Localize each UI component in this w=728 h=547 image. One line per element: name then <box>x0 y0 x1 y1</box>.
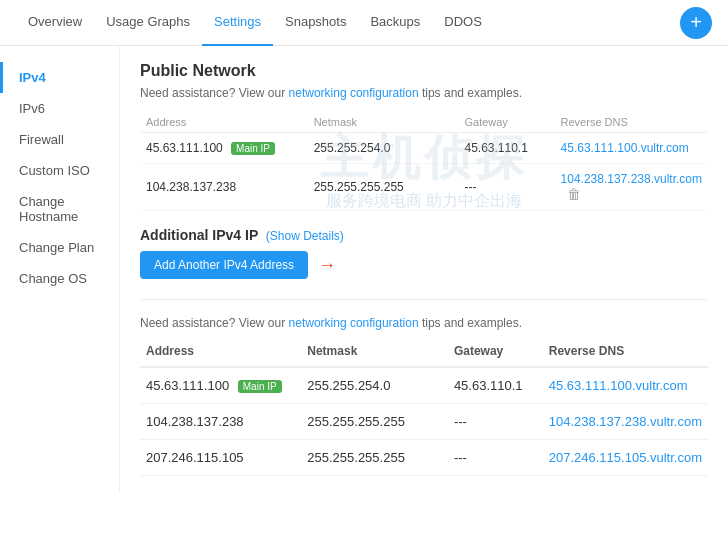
show-details-link[interactable]: (Show Details) <box>266 229 344 243</box>
sidebar-item-change-plan[interactable]: Change Plan <box>0 232 119 263</box>
bth-netmask: Netmask <box>301 340 448 367</box>
additional-ipv4-title: Additional IPv4 IP (Show Details) <box>140 227 708 243</box>
sidebar-item-ipv4[interactable]: IPv4 <box>0 62 119 93</box>
brow3-rdns: 207.246.115.105.vultr.com <box>543 440 708 476</box>
nav-settings[interactable]: Settings <box>202 0 273 46</box>
row1-netmask: 255.255.254.0 <box>308 133 459 164</box>
brow1-rdns-link[interactable]: 45.63.111.100.vultr.com <box>549 378 688 393</box>
th-gateway: Gateway <box>458 112 554 133</box>
bottom-section: Need assistance? View our networking con… <box>140 299 708 476</box>
brow3-rdns-link[interactable]: 207.246.115.105.vultr.com <box>549 450 702 465</box>
row2-rdns-link[interactable]: 104.238.137.238.vultr.com <box>561 172 702 186</box>
bth-gateway: Gateway <box>448 340 543 367</box>
sidebar-item-ipv6[interactable]: IPv6 <box>0 93 119 124</box>
brow2-gateway: --- <box>448 404 543 440</box>
brow3-gateway: --- <box>448 440 543 476</box>
brow2-rdns: 104.238.137.238.vultr.com <box>543 404 708 440</box>
sidebar-item-firewall[interactable]: Firewall <box>0 124 119 155</box>
brow3-address: 207.246.115.105 <box>140 440 301 476</box>
nav-usage-graphs[interactable]: Usage Graphs <box>94 0 202 46</box>
main-ip-badge-2: Main IP <box>238 380 282 393</box>
table-row: 104.238.137.238 255.255.255.255 --- 104.… <box>140 404 708 440</box>
row2-address: 104.238.137.238 <box>140 164 308 211</box>
add-ipv4-button[interactable]: Add Another IPv4 Address <box>140 251 308 279</box>
sidebar: IPv4 IPv6 Firewall Custom ISO Change Hos… <box>0 46 120 492</box>
bottom-desc: Need assistance? View our networking con… <box>140 316 708 330</box>
bottom-networking-link[interactable]: networking configuration <box>289 316 419 330</box>
networking-config-link[interactable]: networking configuration <box>289 86 419 100</box>
nav-snapshots[interactable]: Snapshots <box>273 0 358 46</box>
table-row: 104.238.137.238 255.255.255.255 --- 104.… <box>140 164 708 211</box>
nav-overview[interactable]: Overview <box>16 0 94 46</box>
row2-gateway: --- <box>458 164 554 211</box>
brow1-rdns: 45.63.111.100.vultr.com <box>543 367 708 404</box>
table-row: 45.63.111.100 Main IP 255.255.254.0 45.6… <box>140 133 708 164</box>
main-content: 主机侦探 服务跨境电商 助力中企出海 Public Network Need a… <box>120 46 728 492</box>
arrow-right-icon: → <box>318 255 336 276</box>
row2-rdns: 104.238.137.238.vultr.com 🗑 <box>555 164 708 211</box>
th-rdns: Reverse DNS <box>555 112 708 133</box>
bottom-table: Address Netmask Gateway Reverse DNS 45.6… <box>140 340 708 476</box>
sidebar-item-change-hostname[interactable]: Change Hostname <box>0 186 119 232</box>
brow3-netmask: 255.255.255.255 <box>301 440 448 476</box>
th-address: Address <box>140 112 308 133</box>
row1-gateway: 45.63.110.1 <box>458 133 554 164</box>
trash-icon[interactable]: 🗑 <box>567 186 581 202</box>
brow1-address: 45.63.111.100 Main IP <box>140 367 301 404</box>
brow2-rdns-link[interactable]: 104.238.137.238.vultr.com <box>549 414 702 429</box>
public-network-title: Public Network <box>140 62 708 80</box>
row1-address: 45.63.111.100 Main IP <box>140 133 308 164</box>
row1-rdns: 45.63.111.100.vultr.com <box>555 133 708 164</box>
desc-suffix: tips and examples. <box>419 86 522 100</box>
table-row: 45.63.111.100 Main IP 255.255.254.0 45.6… <box>140 367 708 404</box>
public-network-table: Address Netmask Gateway Reverse DNS 45.6… <box>140 112 708 211</box>
main-ip-badge: Main IP <box>231 142 275 155</box>
brow2-netmask: 255.255.255.255 <box>301 404 448 440</box>
nav-ddos[interactable]: DDOS <box>432 0 494 46</box>
add-button[interactable]: + <box>680 7 712 39</box>
sidebar-item-custom-iso[interactable]: Custom ISO <box>0 155 119 186</box>
bottom-desc-suffix: tips and examples. <box>419 316 522 330</box>
table-row: 207.246.115.105 255.255.255.255 --- 207.… <box>140 440 708 476</box>
th-netmask: Netmask <box>308 112 459 133</box>
nav-backups[interactable]: Backups <box>358 0 432 46</box>
brow2-address: 104.238.137.238 <box>140 404 301 440</box>
top-navigation: Overview Usage Graphs Settings Snapshots… <box>0 0 728 46</box>
bth-rdns: Reverse DNS <box>543 340 708 367</box>
row1-rdns-link[interactable]: 45.63.111.100.vultr.com <box>561 141 689 155</box>
sidebar-item-change-os[interactable]: Change OS <box>0 263 119 294</box>
brow1-gateway: 45.63.110.1 <box>448 367 543 404</box>
desc-prefix: Need assistance? View our <box>140 86 289 100</box>
brow1-netmask: 255.255.254.0 <box>301 367 448 404</box>
additional-title-text: Additional IPv4 IP <box>140 227 258 243</box>
bottom-desc-prefix: Need assistance? View our <box>140 316 289 330</box>
bth-address: Address <box>140 340 301 367</box>
row2-netmask: 255.255.255.255 <box>308 164 459 211</box>
page-layout: IPv4 IPv6 Firewall Custom ISO Change Hos… <box>0 46 728 492</box>
public-network-desc: Need assistance? View our networking con… <box>140 86 708 100</box>
